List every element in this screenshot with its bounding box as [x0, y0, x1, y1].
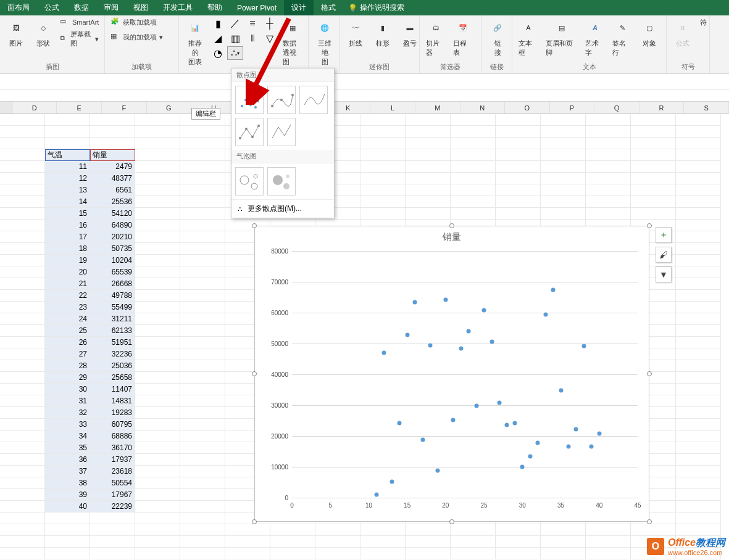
stock-chart-button[interactable]: ┼ [262, 17, 278, 30]
timeline-button[interactable]: 📅日程表 [451, 17, 475, 59]
scatter-smooth-option[interactable] [299, 86, 328, 114]
chart-styles-button[interactable]: 🖌 [656, 247, 672, 263]
area-chart-button[interactable]: ◢ [210, 31, 226, 45]
my-addins-button[interactable]: ▦我的加载项▾ [109, 31, 165, 43]
data-point[interactable] [420, 437, 425, 442]
hist-chart-button[interactable]: ▥ [227, 31, 243, 45]
data-point[interactable] [567, 445, 571, 449]
data-point[interactable] [428, 344, 433, 348]
chart-title[interactable]: 销量 [255, 226, 649, 245]
bar-chart-button[interactable]: ≡ [244, 17, 260, 30]
tab-layout[interactable]: 面布局 [0, 0, 37, 15]
data-point[interactable] [505, 422, 509, 427]
shapes-button[interactable]: ◇ 形状 [31, 17, 56, 49]
data-point[interactable] [436, 468, 440, 472]
scatter-markers-option[interactable] [235, 86, 264, 114]
col-header[interactable]: P [550, 102, 595, 113]
tab-review[interactable]: 审阅 [96, 0, 126, 15]
more-scatter-charts[interactable]: ∴ 更多散点图(M)... [231, 199, 334, 218]
data-point[interactable] [398, 421, 402, 426]
data-point[interactable] [451, 418, 456, 422]
data-point[interactable] [574, 427, 578, 431]
data-point[interactable] [536, 440, 540, 445]
data-point[interactable] [520, 464, 525, 469]
data-point[interactable] [374, 492, 378, 496]
data-point[interactable] [382, 351, 386, 355]
data-point[interactable] [405, 333, 409, 337]
data-point[interactable] [459, 347, 463, 351]
col-header[interactable]: N [460, 102, 506, 113]
table-row[interactable]: 136561 [0, 184, 729, 196]
resize-handle[interactable] [647, 371, 652, 376]
bubble-option[interactable] [235, 167, 264, 196]
resize-handle[interactable] [252, 223, 257, 228]
data-point[interactable] [413, 300, 417, 304]
symbol-button[interactable]: 符 [698, 17, 709, 28]
chart-filter-button[interactable]: ▼ [656, 266, 672, 282]
tab-data[interactable]: 数据 [67, 0, 96, 15]
header-sales[interactable]: 销量 [90, 149, 135, 161]
col-header[interactable]: S [684, 102, 729, 113]
col-header[interactable]: M [415, 102, 460, 113]
col-header[interactable]: R [639, 102, 685, 113]
table-row[interactable]: 1425536 [0, 196, 729, 208]
scatter-smooth-markers-option[interactable] [267, 86, 296, 114]
col-header[interactable]: F [102, 102, 147, 113]
col-header[interactable]: G [147, 102, 192, 113]
data-point[interactable] [474, 403, 478, 408]
resize-handle[interactable] [252, 519, 257, 524]
pictures-button[interactable]: 🖼 图片 [4, 17, 28, 49]
table-row[interactable]: 112479 [0, 161, 729, 173]
data-point[interactable] [597, 431, 601, 435]
combo-chart-button[interactable]: ⦀ [244, 31, 260, 45]
table-row[interactable]: 1248377 [0, 173, 729, 184]
get-addins-button[interactable]: 🧩获取加载项 [109, 17, 165, 28]
resize-handle[interactable] [449, 223, 454, 228]
col-header[interactable]: L [370, 102, 415, 113]
tab-design[interactable]: 设计 [284, 0, 314, 15]
table-row[interactable]: 1554120 [0, 208, 729, 220]
data-point[interactable] [467, 329, 471, 333]
recommended-charts-button[interactable]: 📊 推荐的 图表 [183, 17, 207, 68]
data-point[interactable] [543, 313, 548, 317]
tab-help[interactable]: 帮助 [200, 0, 230, 15]
data-point[interactable] [498, 400, 502, 405]
data-point[interactable] [482, 308, 486, 313]
data-point[interactable] [443, 298, 448, 302]
scatter-lines-option[interactable] [267, 118, 296, 146]
formula-bar[interactable] [0, 74, 729, 89]
column-chart-button[interactable]: ▮ [210, 17, 226, 30]
tab-view[interactable]: 视图 [126, 0, 156, 15]
slicer-button[interactable]: 🗂切片器 [423, 17, 448, 59]
wordart-button[interactable]: A艺术字 [583, 17, 607, 59]
tab-devtools[interactable]: 开发工具 [156, 0, 200, 15]
resize-handle[interactable] [449, 519, 454, 524]
sparkline-line-button[interactable]: 〰折线 [343, 17, 368, 49]
signature-button[interactable]: ✎签名行 [610, 17, 635, 59]
resize-handle[interactable] [647, 223, 652, 228]
col-header[interactable]: D [12, 102, 57, 113]
data-point[interactable] [589, 445, 594, 449]
pivot-chart-button[interactable]: ▦ 数据透视图 [280, 17, 305, 68]
tab-format[interactable]: 格式 [314, 0, 343, 15]
scatter-chart-button[interactable]: ∴▾ [227, 46, 243, 60]
link-button[interactable]: 🔗链 接 [485, 17, 510, 59]
data-point[interactable] [559, 389, 563, 393]
data-point[interactable] [489, 340, 494, 344]
textbox-button[interactable]: A文本框 [516, 17, 541, 59]
tab-formula[interactable]: 公式 [37, 0, 67, 15]
col-header[interactable]: O [505, 102, 550, 113]
screenshot-button[interactable]: ⧉屏幕截图▾ [58, 29, 101, 49]
line-chart-button[interactable]: ／ [227, 17, 243, 30]
tab-powerpivot[interactable]: Power Pivot [230, 0, 284, 15]
col-header[interactable]: Q [594, 102, 639, 113]
sparkline-column-button[interactable]: ▮柱形 [370, 17, 395, 49]
embedded-chart[interactable]: 销量 0100002000030000400005000060000700008… [254, 226, 649, 522]
sparkline-winloss-button[interactable]: ▬盈亏 [398, 17, 422, 49]
scatter-lines-markers-option[interactable] [235, 118, 264, 146]
smartart-button[interactable]: ▭SmartArt [58, 17, 101, 28]
resize-handle[interactable] [647, 519, 652, 524]
resize-handle[interactable] [252, 371, 257, 376]
plot-area[interactable]: 0100002000030000400005000060000700008000… [292, 251, 638, 498]
pie-chart-button[interactable]: ◔ [210, 46, 226, 60]
